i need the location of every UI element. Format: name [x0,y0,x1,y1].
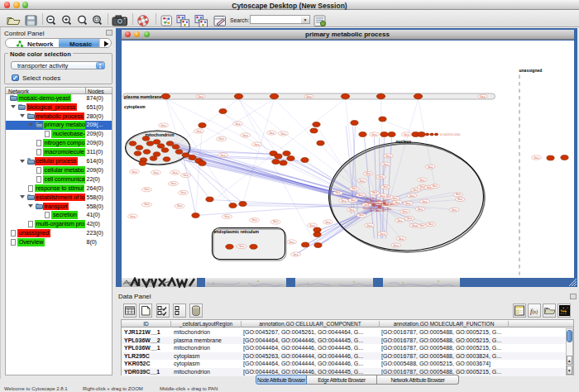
svg-text:Go-a: Go-a [395,200,400,203]
svg-text:Go-a: Go-a [306,94,311,98]
svg-text:Go-a: Go-a [220,153,225,156]
svg-text:Go-a: Go-a [422,199,427,203]
svg-text:Go-a: Go-a [380,194,385,197]
svg-text:Go-a: Go-a [352,187,356,190]
svg-text:Go-a: Go-a [132,170,136,173]
svg-text:nucleus: nucleus [395,139,411,144]
svg-text:Go-a: Go-a [198,94,203,98]
svg-text:Go-a: Go-a [293,252,298,256]
svg-text:Go-a: Go-a [273,220,278,223]
svg-text:plasma membrane: plasma membrane [124,93,162,98]
svg-text:Go-a: Go-a [359,179,364,182]
svg-text:Go-a: Go-a [385,154,390,157]
svg-text:Go-a: Go-a [349,208,354,211]
svg-text:Go-a: Go-a [455,193,460,196]
svg-text:Go-a: Go-a [409,194,414,197]
svg-text:Go-a: Go-a [235,122,240,125]
svg-text:GO-00058 GO-00160: GO-00058 GO-00160 [439,133,461,136]
svg-text:Go-a: Go-a [366,171,371,174]
svg-text:Go-a: Go-a [196,129,201,132]
svg-text:Go-a: Go-a [280,131,285,135]
svg-text:Go-a: Go-a [419,178,424,181]
svg-text:endoplasmic reticulum: endoplasmic reticulum [213,229,259,234]
svg-text:Go-a: Go-a [393,243,398,246]
svg-text:Go-a: Go-a [407,217,412,220]
svg-text:Go-a: Go-a [378,174,383,178]
svg-text:Go-a: Go-a [172,170,177,174]
svg-text:Go-a: Go-a [397,218,402,222]
svg-text:Go-a: Go-a [432,184,437,188]
svg-text:Go-a: Go-a [480,94,485,98]
svg-text:Go-a: Go-a [404,132,409,136]
svg-text:Go-a: Go-a [242,133,247,136]
svg-text:Go-a: Go-a [177,204,182,208]
svg-text:Go-a: Go-a [335,191,340,194]
svg-text:Go-a: Go-a [224,214,229,218]
svg-text:Mosaic: Mosaic [69,41,93,48]
svg-text:Go-a: Go-a [239,245,244,248]
svg-text:unassigned: unassigned [519,67,542,72]
svg-text:Go-a: Go-a [534,155,538,159]
svg-text:Go-a: Go-a [350,198,355,202]
svg-text:mitochondrion: mitochondrion [145,132,174,137]
svg-text:Go-a: Go-a [251,218,256,222]
svg-text:Go-a: Go-a [383,185,388,189]
svg-text:Go-a Go-t: Go-a Go-t [370,198,380,202]
svg-text:Go-a: Go-a [218,137,223,141]
svg-text:Go-a: Go-a [371,132,376,136]
svg-text:Go-a: Go-a [289,240,294,243]
svg-text:Go-a: Go-a [428,222,433,226]
svg-text:Go-a: Go-a [402,209,407,213]
svg-text:Go-a Go-t: Go-a Go-t [376,208,385,212]
svg-text:Go-a: Go-a [358,193,363,196]
svg-text:Go-a: Go-a [413,188,418,191]
svg-text:Go-a: Go-a [457,198,462,201]
svg-text:Go-a: Go-a [428,165,433,168]
svg-text:Go-a: Go-a [359,213,364,217]
svg-text:Go-a: Go-a [383,162,388,165]
svg-text:Go-a: Go-a [183,174,188,177]
svg-text:Network: Network [27,41,54,48]
svg-text:Go-a: Go-a [419,224,424,227]
svg-text:Go-a: Go-a [153,170,158,174]
svg-text:Go-a: Go-a [418,207,423,210]
svg-text:Go-a: Go-a [325,220,330,223]
svg-text:f(x): f(x) [530,307,538,315]
svg-text:Go-a: Go-a [254,142,259,146]
svg-text:Go-a: Go-a [366,223,371,227]
svg-text:Go-a: Go-a [144,203,149,206]
svg-text:Go-a: Go-a [144,188,149,191]
svg-text:Go-a: Go-a [405,201,410,204]
svg-text:Go-a: Go-a [170,182,175,185]
svg-text:Go-a: Go-a [452,208,457,211]
svg-text:cytoplasm: cytoplasm [124,104,146,109]
svg-text:Go-a: Go-a [412,223,417,227]
svg-text:Go-a: Go-a [180,190,185,194]
svg-text:Go-a: Go-a [371,191,376,194]
svg-text:Go-a: Go-a [399,237,404,240]
svg-text:Go-a: Go-a [269,131,274,134]
svg-text:Go-a: Go-a [380,232,385,235]
svg-text:Go-a: Go-a [341,198,346,202]
svg-text:Go-a: Go-a [130,214,135,218]
svg-text:Go-a: Go-a [160,123,165,127]
svg-text:Go-a: Go-a [309,223,314,227]
